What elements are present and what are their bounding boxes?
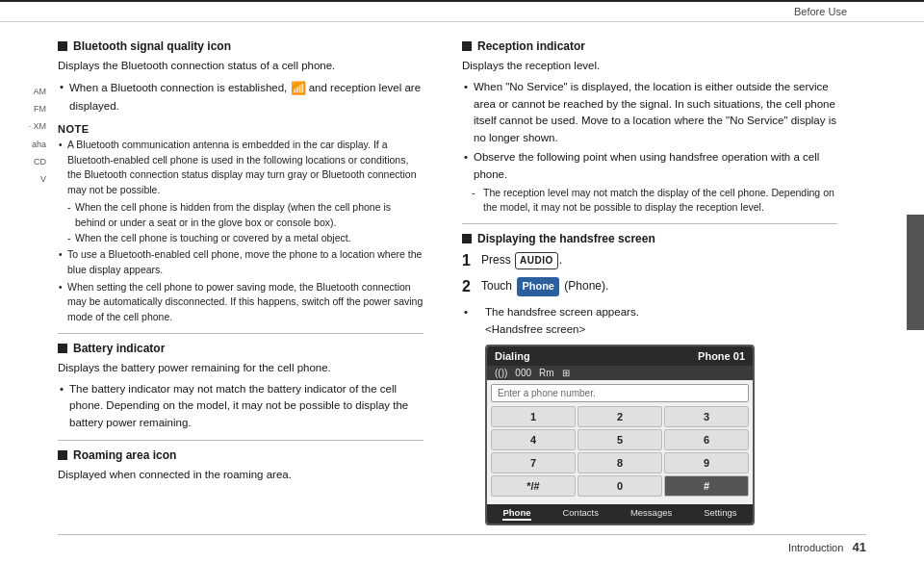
key-5[interactable]: 5 bbox=[578, 429, 662, 450]
key-hash[interactable]: # bbox=[664, 475, 749, 497]
section-icon-roaming bbox=[58, 450, 67, 460]
note-label: NOTE bbox=[58, 123, 424, 135]
status-icon: ⊞ bbox=[562, 368, 570, 378]
phone-screen-subheader: (()) 000 Rm ⊞ bbox=[487, 366, 753, 380]
section-handsfree: Displaying the handsfree screen bbox=[462, 232, 837, 245]
note-item-1: A Bluetooth communication antenna is emb… bbox=[58, 138, 424, 198]
key-6[interactable]: 6 bbox=[664, 429, 749, 450]
status-rm: Rm bbox=[539, 368, 554, 378]
phone-screen-body: Enter a phone number. 1 2 3 4 5 6 7 8 9 … bbox=[487, 380, 753, 504]
key-0[interactable]: 0 bbox=[578, 475, 662, 497]
left-column: Bluetooth signal quality icon Displays t… bbox=[0, 32, 443, 564]
sidebar-tab bbox=[907, 215, 924, 330]
reception-heading: Reception indicator bbox=[477, 39, 585, 53]
sidebar-icon-fm: FM bbox=[34, 101, 48, 116]
reception-intro: Displays the reception level. bbox=[462, 58, 837, 75]
section-icon-reception bbox=[462, 41, 472, 51]
bluetooth-note: NOTE A Bluetooth communication antenna i… bbox=[58, 123, 424, 325]
roaming-intro: Displayed when connected in the roaming … bbox=[58, 467, 424, 484]
roaming-heading: Roaming area icon bbox=[73, 448, 176, 462]
tab-phone[interactable]: Phone bbox=[502, 507, 530, 521]
sidebar-icon-xm: · XM bbox=[28, 118, 48, 134]
note-item-1c: To use a Bluetooth-enabled cell phone, m… bbox=[58, 247, 424, 278]
step-2-sub: The handsfree screen appears. <Handsfree… bbox=[462, 304, 837, 339]
audio-button-badge: AUDIO bbox=[515, 252, 558, 269]
step-2: 2 Touch Phone (Phone). bbox=[462, 277, 837, 296]
section-icon-battery bbox=[58, 344, 67, 353]
step-1-number: 1 bbox=[462, 251, 481, 269]
bluetooth-intro: Displays the Bluetooth connection status… bbox=[58, 58, 424, 75]
reception-bullet-1: When "No Service" is displayed, the loca… bbox=[462, 79, 837, 147]
key-4[interactable]: 4 bbox=[491, 429, 576, 450]
phone-screen-title: Dialing bbox=[495, 350, 530, 362]
reception-sub-1: The reception level may not match the di… bbox=[462, 186, 837, 217]
phone-screen-subtitle: Phone 01 bbox=[698, 350, 745, 362]
phone-screen: Dialing Phone 01 (()) 000 Rm ⊞ Enter a p… bbox=[485, 345, 755, 525]
section-icon-handsfree bbox=[462, 234, 472, 243]
status-indicator: 000 bbox=[515, 368, 531, 378]
page-number: 41 bbox=[853, 540, 866, 554]
header-text: Before Use bbox=[794, 6, 847, 17]
section-reception: Reception indicator bbox=[462, 39, 837, 53]
section-battery: Battery indicator bbox=[58, 342, 424, 355]
sidebar-icon-cd: CD bbox=[34, 154, 48, 169]
bluetooth-bullet-1: When a Bluetooth connection is establish… bbox=[58, 79, 424, 115]
right-column: Reception indicator Displays the recepti… bbox=[443, 32, 857, 564]
sidebar-icon-aha: aha bbox=[32, 137, 48, 152]
section-bluetooth: Bluetooth signal quality icon bbox=[58, 39, 424, 53]
key-1[interactable]: 1 bbox=[491, 406, 576, 427]
key-7[interactable]: 7 bbox=[491, 452, 576, 473]
page-header: Before Use bbox=[0, 2, 924, 22]
phone-bottom-bar: Phone Contacts Messages Settings bbox=[487, 504, 753, 524]
section-icon bbox=[58, 41, 67, 51]
key-8[interactable]: 8 bbox=[578, 452, 662, 473]
key-3[interactable]: 3 bbox=[664, 406, 749, 427]
step-2-text: Touch bbox=[481, 279, 512, 293]
handsfree-heading: Displaying the handsfree screen bbox=[477, 232, 655, 245]
phone-button-badge: Phone bbox=[517, 277, 559, 296]
footer-divider bbox=[58, 534, 866, 535]
step-2-content: Touch Phone (Phone). bbox=[481, 277, 608, 296]
phone-screen-header: Dialing Phone 01 bbox=[487, 346, 753, 366]
tab-messages[interactable]: Messages bbox=[630, 507, 672, 521]
sidebar-icon-am: AM bbox=[34, 84, 49, 99]
footer-section: Introduction bbox=[788, 542, 843, 553]
divider-1 bbox=[58, 333, 424, 334]
bluetooth-icon: 📶 bbox=[291, 81, 306, 95]
step-2-number: 2 bbox=[462, 277, 481, 295]
sidebar-icon-v: V bbox=[40, 171, 48, 187]
step-2-after: (Phone). bbox=[564, 279, 608, 293]
page-footer: Introduction 41 bbox=[788, 540, 866, 554]
key-2[interactable]: 2 bbox=[578, 406, 662, 427]
key-star[interactable]: */# bbox=[491, 475, 576, 497]
phone-keypad: 1 2 3 4 5 6 7 8 9 */# 0 # bbox=[491, 406, 749, 497]
step-1-content: Press AUDIO. bbox=[481, 251, 562, 269]
main-content: Bluetooth signal quality icon Displays t… bbox=[0, 22, 924, 564]
step-1: 1 Press AUDIO. bbox=[462, 251, 837, 269]
sub-note-1a: When the cell phone is hidden from the d… bbox=[58, 200, 424, 231]
phone-input: Enter a phone number. bbox=[491, 384, 749, 402]
sub-note-1b: When the cell phone is touching or cover… bbox=[58, 231, 424, 246]
bluetooth-heading: Bluetooth signal quality icon bbox=[73, 39, 231, 53]
tab-contacts[interactable]: Contacts bbox=[562, 507, 599, 521]
tab-settings[interactable]: Settings bbox=[704, 507, 736, 521]
status-signal: (()) bbox=[495, 368, 507, 378]
divider-3 bbox=[462, 223, 837, 224]
battery-heading: Battery indicator bbox=[73, 342, 165, 355]
left-sidebar: AM FM · XM aha CD V bbox=[0, 80, 48, 191]
step-1-text: Press bbox=[481, 253, 511, 267]
key-9[interactable]: 9 bbox=[664, 452, 749, 473]
section-roaming: Roaming area icon bbox=[58, 448, 424, 462]
divider-2 bbox=[58, 440, 424, 441]
step-1-after: . bbox=[559, 253, 562, 267]
note-item-2: When setting the cell phone to power sav… bbox=[58, 280, 424, 325]
reception-bullet-2: Observe the following point when using h… bbox=[462, 149, 837, 184]
battery-intro: Displays the battery power remaining for… bbox=[58, 360, 424, 377]
battery-bullet-1: The battery indicator may not match the … bbox=[58, 381, 424, 432]
